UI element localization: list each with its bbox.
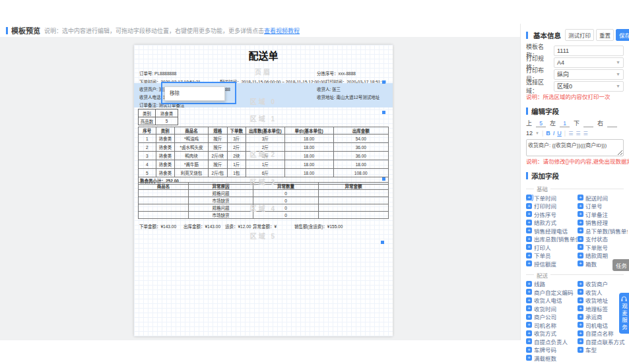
add-field-item[interactable]: +司机名称 (526, 322, 578, 328)
summary-item[interactable]: 异常金额：¥ (253, 223, 277, 229)
region-select[interactable]: 区域0▼ (554, 81, 624, 92)
add-field-item[interactable]: +自提点负责人 (526, 338, 578, 345)
add-field-icon[interactable]: + (526, 203, 532, 209)
add-field-item[interactable]: +配送时间 (578, 195, 628, 201)
add-field-item[interactable]: +下单员 (526, 253, 578, 259)
add-field-icon[interactable]: + (526, 244, 532, 250)
doc-title[interactable]: 配送单 (134, 48, 393, 62)
align-left-icon[interactable]: ☰ (568, 131, 573, 136)
add-field-item[interactable]: +结款周期 (578, 253, 628, 259)
add-field-item[interactable]: +打印人 (526, 244, 578, 251)
add-field-icon[interactable]: + (526, 220, 532, 226)
add-field-item[interactable]: +分拣序号 (526, 211, 578, 218)
add-field-item[interactable]: +商户公司 (526, 314, 578, 320)
resize-handle[interactable] (382, 177, 385, 181)
add-field-icon[interactable]: + (526, 322, 532, 328)
save-button[interactable]: 保存 (616, 29, 629, 41)
align-center-icon[interactable]: ☰ (576, 131, 580, 136)
add-field-item[interactable]: +销售经理 (578, 220, 628, 226)
table-row[interactable]: 4熟食类*酱牛筋按斤1斤1斤18.0018.00 (139, 160, 389, 169)
table-row[interactable]: 5熟食类利苑叉烧包2斤/包1包6斤18.00108.00 (139, 169, 389, 177)
category-table[interactable]: 类别熟食类商品数5 (138, 109, 178, 125)
italic-button[interactable]: I (553, 130, 555, 136)
table-row[interactable]: 规格问题0 (139, 204, 389, 212)
add-field-icon[interactable]: + (578, 289, 583, 295)
add-field-item[interactable]: +出库总数(销售单位) (526, 236, 578, 243)
add-field-icon[interactable]: + (526, 281, 532, 287)
print-layout-select[interactable]: 纵向▼ (554, 69, 624, 80)
add-field-icon[interactable]: + (526, 236, 532, 242)
add-field-icon[interactable]: + (526, 211, 532, 217)
editor-canvas[interactable]: 配送单 页眉 订单号: PL8888888 分拣序号：xxx-8888 下单时间… (0, 37, 520, 340)
field-content-textarea[interactable]: 收货商户: {{收货商户}}({{商户ID}}) (526, 139, 624, 156)
add-field-icon[interactable]: + (578, 260, 583, 266)
add-field-icon[interactable]: + (578, 236, 583, 242)
add-field-icon[interactable]: + (578, 314, 583, 320)
table-row[interactable]: 类别熟食类 (139, 109, 178, 117)
add-field-item[interactable]: +订单号 (578, 203, 628, 210)
bold-button[interactable]: B (546, 130, 550, 136)
resize-handle[interactable] (382, 111, 385, 114)
add-field-icon[interactable]: + (526, 228, 532, 233)
add-field-icon[interactable]: + (526, 253, 532, 258)
summary-item[interactable]: 运费：¥12.00 (225, 223, 251, 229)
context-menu-remove[interactable]: 移除 (170, 90, 180, 96)
add-field-item[interactable]: +车型 (578, 347, 628, 353)
add-field-icon[interactable]: + (526, 305, 532, 311)
add-field-icon[interactable]: + (526, 260, 532, 266)
add-field-item[interactable]: +线路 (526, 281, 578, 288)
service-tab[interactable]: 观麦服务 (619, 293, 629, 334)
font-size-value[interactable]: 12 (526, 130, 533, 136)
add-field-icon[interactable]: + (526, 347, 532, 353)
table-row[interactable]: 市场缺货0 (139, 197, 389, 204)
add-field-item[interactable]: +下单时间 (526, 195, 578, 201)
add-field-icon[interactable]: + (526, 195, 532, 200)
receiver-address-field[interactable]: 收货地址: 南山大道12号测试地址 (317, 94, 380, 100)
add-field-icon[interactable]: + (526, 314, 532, 320)
test-print-button[interactable]: 测试打印 (565, 29, 594, 41)
margin-input[interactable] (607, 120, 617, 127)
table-row[interactable]: 1熟食类*鸭油鸡按斤3斤3斤18.0054.00 (139, 135, 389, 143)
add-field-icon[interactable]: + (578, 244, 583, 250)
anomaly-table[interactable]: 商品名异常原因异常数量异常金额规格问题0市场缺货0规格问题0市场缺货0 (138, 182, 389, 219)
table-row[interactable]: 3熟食类鸭肉块2斤/块2块2斤18.0036.00 (139, 152, 389, 160)
chevron-down-icon[interactable]: ▼ (535, 131, 539, 135)
add-field-icon[interactable]: + (578, 203, 583, 209)
add-field-item[interactable]: +收货人电话 (526, 297, 578, 304)
document-page[interactable]: 配送单 页眉 订单号: PL8888888 分拣序号：xxx-8888 下单时间… (134, 45, 393, 336)
add-field-item[interactable]: +收货方式 (526, 330, 578, 337)
add-field-item[interactable]: +收货商户 (578, 281, 628, 288)
add-field-item[interactable]: +下单账号 (578, 244, 628, 251)
resize-handle[interactable] (382, 80, 385, 84)
print-spec-select[interactable]: A4▼ (554, 57, 624, 68)
totals-summary[interactable]: 下单金额：¥143.00出库金额：¥143.00运费：¥12.00异常金额：¥销… (134, 223, 393, 229)
summary-item[interactable]: 下单金额：¥143.00 (139, 223, 176, 229)
table-row[interactable]: 规格问题0 (139, 190, 389, 197)
add-field-item[interactable]: +销售经理电话 (526, 228, 578, 234)
add-field-icon[interactable]: + (578, 322, 583, 328)
add-field-item[interactable]: +车牌号码 (526, 347, 578, 353)
add-field-icon[interactable]: + (526, 355, 532, 361)
add-field-icon[interactable]: + (578, 220, 583, 226)
margin-input[interactable] (583, 120, 593, 127)
add-field-item[interactable]: +总下单数(销售单位) (578, 228, 628, 234)
add-field-icon[interactable]: + (526, 330, 532, 336)
add-field-item[interactable]: +支付状态 (578, 236, 628, 243)
margin-input[interactable]: 5 (536, 120, 546, 127)
add-field-icon[interactable]: + (526, 338, 532, 344)
receiver-person-field[interactable]: 收货人: 张三 (317, 86, 341, 92)
add-field-item[interactable]: +自提点联系方式 (578, 338, 628, 345)
table-row[interactable]: 商品数5 (139, 117, 178, 125)
add-field-icon[interactable]: + (578, 297, 583, 303)
add-field-item[interactable]: +授信额度 (526, 260, 578, 267)
table-row[interactable]: 市场缺货0 (139, 212, 389, 219)
video-tutorial-link[interactable]: 查看视频教程 (264, 26, 300, 35)
add-field-item[interactable]: +满载框数 (526, 355, 578, 361)
add-field-icon[interactable]: + (578, 330, 583, 336)
add-field-icon[interactable]: + (578, 253, 583, 258)
underline-button[interactable]: U (557, 130, 562, 136)
add-field-item[interactable]: +打印时间 (526, 203, 578, 210)
add-field-icon[interactable]: + (578, 211, 583, 217)
add-field-item[interactable]: +商户自定义编码 (526, 289, 578, 295)
add-field-item[interactable]: +订单备注 (578, 211, 628, 218)
